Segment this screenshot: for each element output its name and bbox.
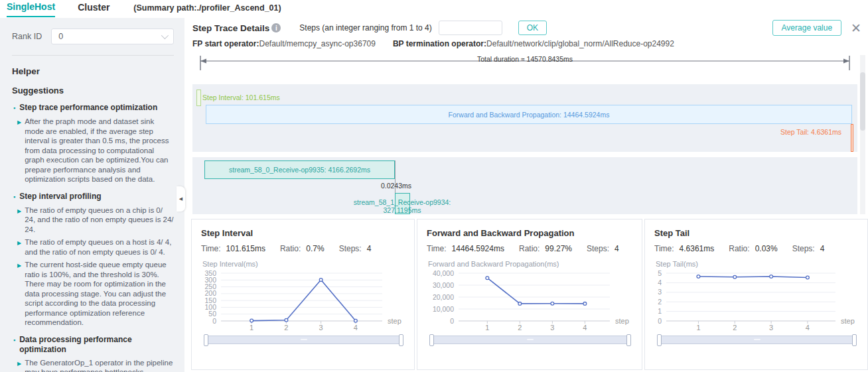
svg-text:40,000: 40,000: [433, 269, 454, 277]
panel-step-interval: Step Interval Time: 101.615ms Ratio: 0.7…: [191, 219, 415, 370]
top-tab-bar: SingleHost Cluster (Summary path:./profi…: [0, 0, 868, 18]
rank-id-value: 0: [58, 32, 63, 41]
svg-text:2: 2: [658, 298, 662, 306]
svg-text:20,000: 20,000: [433, 293, 454, 301]
svg-text:1: 1: [485, 324, 489, 332]
svg-text:150: 150: [204, 296, 216, 304]
suggestions-title: Suggestions: [12, 86, 174, 95]
steps-input[interactable]: [439, 21, 502, 35]
svg-text:3: 3: [658, 288, 662, 296]
triangle-bullet-icon: ▶: [17, 359, 21, 372]
timeline-row-streams: stream_58_0_Receive-op9935: 4166.2692ms …: [192, 157, 857, 214]
close-icon[interactable]: ✕: [851, 22, 861, 34]
svg-text:step: step: [841, 317, 855, 325]
step-interval-line-chart: 0501001502002503003501234step: [201, 269, 406, 333]
step-tail-bar: [851, 124, 853, 152]
suggestion-section-title: ▪ Step trace performance optimization: [12, 103, 174, 113]
svg-text:4: 4: [583, 324, 587, 332]
metric-panels: Step Interval Time: 101.615ms Ratio: 0.7…: [191, 219, 868, 370]
suggestion-section-title: ▪ Step interval profiling: [12, 192, 174, 202]
svg-text:5: 5: [658, 269, 662, 277]
svg-text:0: 0: [212, 317, 216, 325]
average-value-button[interactable]: Average value: [772, 20, 842, 36]
step-interval-bar-label: Step Interval: 101.615ms: [202, 93, 280, 101]
square-bullet-icon: ▪: [13, 192, 15, 202]
stream-receive-bar-0: stream_58_0_Receive-op9935: 4166.2692ms: [204, 160, 395, 179]
sidebar-collapse-handle[interactable]: ◀: [177, 186, 185, 212]
svg-text:2: 2: [284, 324, 288, 332]
slider-handle-left[interactable]: [429, 334, 434, 346]
tab-cluster[interactable]: Cluster: [78, 2, 109, 17]
data-zoom-slider[interactable]: [658, 336, 855, 344]
square-bullet-icon: ▪: [13, 103, 15, 113]
svg-text:3: 3: [319, 324, 323, 332]
suggestion-item: ▶ After the praph mode and dataset sink …: [12, 117, 174, 184]
svg-text:350: 350: [204, 269, 216, 277]
data-zoom-slider[interactable]: [431, 336, 630, 344]
y-axis-title: Step Interval(ms): [202, 260, 406, 268]
timeline-scrollbar[interactable]: [860, 55, 865, 214]
triangle-bullet-icon: ▶: [17, 261, 21, 328]
svg-text:2: 2: [518, 324, 522, 332]
panel-title: Forward and Backward Propagation: [427, 228, 634, 238]
chevron-down-icon: [161, 32, 169, 39]
timeline-scrollbar-thumb[interactable]: [860, 72, 865, 131]
slider-grip-icon: [527, 339, 534, 340]
bp-termination-operator-value: Default/network/clip/global_norm/AllRedu…: [486, 39, 674, 48]
slider-handle-right[interactable]: [852, 334, 857, 346]
info-icon[interactable]: i: [271, 23, 281, 32]
ok-button[interactable]: OK: [518, 21, 547, 35]
svg-text:1: 1: [658, 307, 662, 315]
data-zoom-slider[interactable]: [205, 336, 402, 344]
svg-text:0: 0: [450, 317, 454, 325]
slider-handle-left[interactable]: [657, 334, 662, 346]
svg-text:300: 300: [204, 276, 216, 284]
y-axis-title: Step Tail(ms): [656, 260, 859, 268]
suggestion-item: ▶ The GeneratorOp_1 operator in the pipe…: [12, 358, 174, 372]
panel-forward-backward: Forward and Backward Propagation Time: 1…: [417, 219, 642, 370]
tab-singlehost[interactable]: SingleHost: [7, 1, 55, 17]
square-bullet-icon: ▪: [13, 336, 15, 355]
panel-stats: Time: 14464.5924ms Ratio: 99.27% Steps: …: [427, 244, 634, 253]
svg-text:step: step: [615, 317, 629, 325]
panel-title: Step Tail: [654, 228, 859, 238]
suggestion-item: ▶ The current host-side queue empty queu…: [12, 260, 174, 328]
suggestion-item: ▶ The ratio of empty queues on a host is…: [12, 237, 174, 257]
slider-handle-right[interactable]: [399, 334, 403, 346]
triangle-bullet-icon: ▶: [17, 239, 21, 257]
divider: [12, 55, 174, 56]
slider-handle-right[interactable]: [626, 334, 631, 346]
step-trace-timeline: Total duration ≈ 14570.8435ms Step Inter…: [192, 55, 865, 214]
svg-text:250: 250: [204, 282, 216, 290]
forward-backward-line-chart: 010,00020,00030,00040,0001234step: [427, 269, 634, 333]
timeline-row-step: Step Interval: 101.615ms Forward and Bac…: [192, 84, 857, 152]
triangle-bullet-icon: ▶: [17, 207, 21, 235]
summary-path: (Summary path:./profiler_Ascend_01): [133, 3, 281, 15]
svg-text:30,000: 30,000: [433, 281, 454, 289]
triangle-bullet-icon: ▶: [17, 118, 21, 184]
svg-text:step: step: [388, 317, 401, 325]
steps-input-label: Steps (an integer ranging from 1 to 4): [299, 23, 431, 32]
helper-title: Helper: [12, 66, 174, 76]
panel-stats: Time: 101.615ms Ratio: 0.7% Steps: 4: [201, 244, 406, 253]
svg-text:200: 200: [204, 289, 216, 297]
gap-duration-label: 0.0243ms: [376, 182, 417, 190]
stream-receive-bar-1-label: stream_58_1_Receive-op9934: 327.1195ms: [336, 198, 469, 214]
slider-handle-left[interactable]: [204, 334, 208, 346]
forward-backward-bar: Forward and Backward Propagation: 14464.…: [206, 105, 852, 124]
fp-start-operator-label: FP start operator:: [192, 39, 259, 48]
slider-grip-icon: [301, 339, 307, 340]
rank-id-select[interactable]: 0: [51, 29, 174, 44]
page-title: Step Trace Details: [192, 23, 269, 33]
rank-id-label: Rank ID: [12, 32, 42, 41]
total-duration-indicator: Total duration ≈ 14570.8435ms: [192, 55, 857, 80]
svg-text:3: 3: [769, 324, 773, 332]
step-tail-bar-label: Step Tail: 4.6361ms: [780, 128, 841, 136]
y-axis-title: Forward and Backward Propagation(ms): [428, 260, 634, 268]
suggestion-item: ▶ The ratio of empty queues on a chip is…: [12, 206, 174, 235]
helper-sidebar: Rank ID 0 Helper Suggestions ▪ Step trac…: [0, 18, 184, 372]
svg-text:0: 0: [658, 317, 662, 325]
svg-text:10,000: 10,000: [433, 305, 454, 313]
bp-termination-operator-label: BP termination operator:: [393, 39, 486, 48]
step-tail-line-chart: 0123451234step: [654, 269, 859, 333]
